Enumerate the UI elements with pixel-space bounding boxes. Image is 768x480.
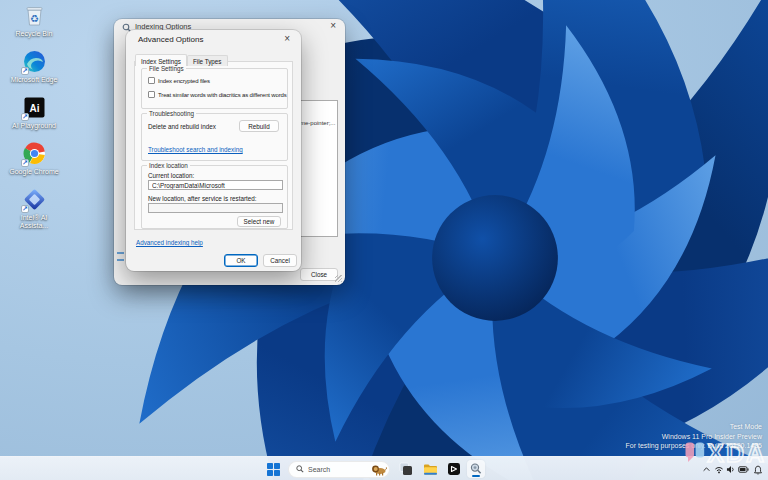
ok-button[interactable]: OK bbox=[224, 254, 258, 267]
taskbar-task-view-button[interactable] bbox=[397, 460, 415, 478]
advanced-indexing-help-link[interactable]: Advanced indexing help bbox=[136, 239, 203, 246]
link-fragment bbox=[117, 259, 124, 261]
index-location-group: Index location Current location: New loc… bbox=[141, 165, 288, 229]
search-icon bbox=[296, 465, 304, 473]
watermark-line: Test Mode bbox=[626, 422, 762, 432]
search-placeholder: Search bbox=[308, 466, 371, 473]
tab-index-settings[interactable]: Index Settings bbox=[135, 54, 187, 66]
resize-grip[interactable] bbox=[335, 275, 342, 282]
dialog-title: Advanced Options bbox=[138, 35, 203, 44]
close-button-label: Close bbox=[311, 271, 327, 278]
link-fragment bbox=[117, 252, 124, 254]
tab-page-index-settings: File Settings Index encrypted files Trea… bbox=[134, 61, 293, 230]
terminal-icon bbox=[447, 462, 461, 476]
file-settings-group: File Settings Index encrypted files Trea… bbox=[141, 68, 288, 109]
cancel-button-label: Cancel bbox=[270, 257, 290, 264]
indexing-options-taskbar-icon bbox=[469, 462, 483, 476]
windows-start-icon bbox=[267, 463, 280, 476]
delete-rebuild-label: Delete and rebuild index bbox=[148, 123, 216, 130]
file-explorer-icon bbox=[423, 463, 438, 476]
taskbar-file-explorer-button[interactable] bbox=[421, 460, 439, 478]
rebuild-button[interactable]: Rebuild bbox=[239, 120, 279, 132]
shortcut-arrow-icon bbox=[21, 113, 29, 121]
desktop-icon-label: Intel® AI Assista... bbox=[6, 214, 62, 230]
desktop-icon-label: Google Chrome bbox=[6, 168, 62, 176]
tab-file-types[interactable]: File Types bbox=[187, 55, 228, 66]
desktop-icon-label: Microsoft Edge bbox=[6, 76, 62, 84]
desktop-icon-microsoft-edge[interactable]: Microsoft Edge bbox=[6, 49, 62, 84]
advanced-options-dialog: Advanced Options × Index SettingsFile Ty… bbox=[126, 30, 301, 271]
close-icon[interactable]: × bbox=[284, 34, 290, 44]
task-view-icon bbox=[399, 462, 413, 476]
svg-text:Ai: Ai bbox=[29, 103, 39, 114]
rebuild-button-label: Rebuild bbox=[248, 123, 269, 130]
shortcut-arrow-icon bbox=[21, 205, 29, 213]
close-button[interactable]: Close bbox=[300, 268, 338, 281]
shortcut-arrow-icon bbox=[21, 67, 29, 75]
desktop-icon-intel-ai-assistant[interactable]: Intel® AI Assista... bbox=[6, 187, 62, 230]
desktop-icon-label: AI Playground bbox=[6, 122, 62, 130]
checkbox-icon[interactable] bbox=[148, 91, 155, 98]
checkbox-index-encrypted-files[interactable]: Index encrypted files bbox=[148, 77, 210, 84]
desktop-icon-label: Recycle Bin bbox=[6, 30, 62, 38]
recycle-bin-icon: ♻ bbox=[22, 3, 47, 28]
troubleshooting-group: Troubleshooting Delete and rebuild index… bbox=[141, 113, 288, 161]
taskbar-search-box[interactable]: Search bbox=[288, 461, 390, 478]
svg-text:♻: ♻ bbox=[30, 13, 39, 24]
group-title: Index location bbox=[147, 162, 190, 170]
desktop-icon-google-chrome[interactable]: Google Chrome bbox=[6, 141, 62, 176]
active-app-indicator bbox=[472, 475, 480, 477]
new-location-label: New location, after service is restarted… bbox=[148, 195, 257, 202]
checkbox-diacritics[interactable]: Treat similar words with diacritics as d… bbox=[148, 91, 287, 98]
group-title: Troubleshooting bbox=[147, 110, 196, 118]
xda-watermark-text: XDA bbox=[707, 440, 766, 466]
select-new-button[interactable]: Select new bbox=[237, 216, 281, 227]
troubleshoot-search-link[interactable]: Troubleshoot search and indexing bbox=[148, 146, 243, 153]
current-location-label: Current location: bbox=[148, 172, 194, 179]
current-location-field[interactable] bbox=[148, 180, 283, 190]
cancel-button[interactable]: Cancel bbox=[263, 254, 297, 267]
checkbox-icon[interactable] bbox=[148, 77, 155, 84]
taskbar: Search bbox=[0, 456, 768, 480]
shortcut-arrow-icon bbox=[21, 159, 29, 167]
checkbox-label: Index encrypted files bbox=[158, 78, 210, 84]
search-highlight-lion-icon bbox=[371, 463, 387, 476]
ok-button-label: OK bbox=[236, 257, 245, 264]
close-icon[interactable]: × bbox=[330, 21, 336, 31]
desktop: ♻ Recycle Bin Microsoft Edge Ai AI P bbox=[0, 0, 768, 480]
xda-watermark: XDA bbox=[685, 440, 766, 466]
select-new-button-label: Select new bbox=[244, 218, 275, 225]
checkbox-label: Treat similar words with diacritics as d… bbox=[158, 92, 287, 98]
taskbar-terminal-button[interactable] bbox=[445, 460, 463, 478]
start-button[interactable] bbox=[264, 460, 282, 478]
desktop-icon-recycle-bin[interactable]: ♻ Recycle Bin bbox=[6, 3, 62, 38]
desktop-icon-ai-playground[interactable]: Ai AI Playground bbox=[6, 95, 62, 130]
taskbar-indexing-options-button[interactable] bbox=[467, 460, 485, 478]
list-item: me-pointer;... bbox=[300, 120, 335, 126]
xda-bubble-icon bbox=[685, 442, 705, 464]
new-location-field[interactable] bbox=[148, 203, 283, 213]
